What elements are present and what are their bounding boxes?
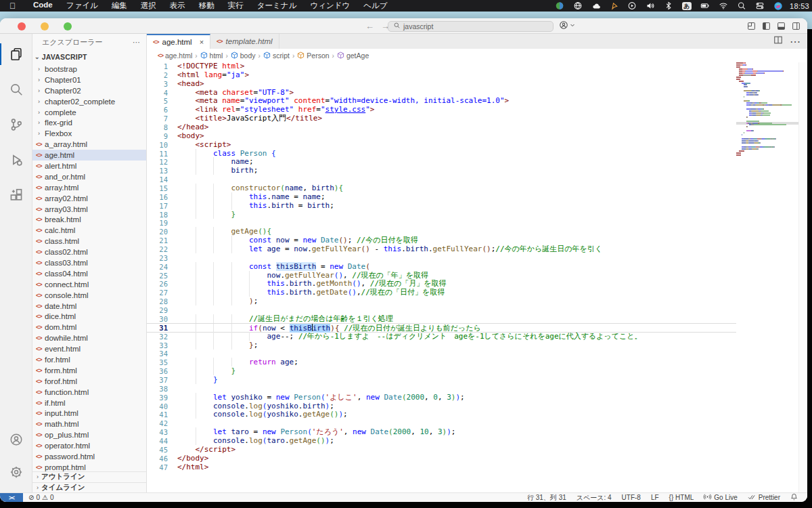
devtool-icon[interactable] — [610, 1, 618, 10]
code-line-47[interactable]: 47</html> — [147, 463, 736, 472]
file-item-array.html[interactable]: <>array.html — [32, 182, 146, 193]
menu-item-ウィンドウ[interactable]: ウィンドウ — [303, 1, 357, 11]
file-item-class.html[interactable]: <>class.html — [32, 236, 146, 247]
folder-item-Chapter02[interactable]: ›Chapter02 — [32, 85, 146, 96]
play-circle-icon[interactable] — [627, 1, 637, 10]
problems-button[interactable]: ⊘ 0 ⚠ 0 — [28, 494, 53, 501]
folder-item-Chapter01[interactable]: ›Chapter01 — [32, 75, 146, 85]
breadcrumb-item-Person[interactable]: Person — [297, 51, 329, 60]
file-item-a_array.html[interactable]: <>a_array.html — [32, 139, 146, 150]
file-item-date.html[interactable]: <>date.html — [32, 301, 146, 312]
tab-template.html[interactable]: <>template.html — [210, 34, 279, 49]
code-lines[interactable]: 1<!DOCTYPE html>2<html lang="ja">3<head>… — [147, 62, 736, 492]
code-line-46[interactable]: 46</body> — [147, 454, 736, 463]
file-item-math.html[interactable]: <>math.html — [32, 419, 146, 429]
minimap[interactable] — [736, 62, 798, 492]
code-line-31[interactable]: 31 if(now < thisBirth){ //現在の日付が誕生日よりも前だ… — [147, 323, 736, 333]
menu-item-ターミナル[interactable]: ターミナル — [250, 1, 304, 11]
menu-item-移動[interactable]: 移動 — [192, 1, 221, 11]
menu-item-ヘルプ[interactable]: ヘルプ — [357, 1, 394, 11]
battery-icon[interactable] — [700, 1, 710, 10]
editor-scrollbar[interactable] — [798, 62, 807, 492]
file-item-password.html[interactable]: <>password.html — [32, 451, 146, 462]
file-item-input.html[interactable]: <>input.html — [32, 408, 146, 419]
status-cursor-position[interactable]: 行 31、列 31 — [527, 493, 566, 503]
code-line-15[interactable]: 15 constructor(name, birth){ — [147, 184, 736, 193]
toggle-sidebar-icon[interactable] — [762, 21, 771, 33]
code-line-28[interactable]: 28 ); — [147, 297, 736, 306]
window-title-bar[interactable]: ← → javascript — [0, 18, 807, 34]
tab-age.html[interactable]: <>age.html× — [147, 34, 210, 49]
code-line-37[interactable]: 37 } — [147, 376, 736, 385]
folder-item-chapter02_complete[interactable]: ›chapter02_complete — [32, 96, 146, 107]
minimize-window-button[interactable] — [41, 22, 49, 30]
menu-item-実行[interactable]: 実行 — [221, 1, 250, 11]
command-center-search[interactable]: javascript — [388, 21, 554, 32]
activity-settings-icon[interactable] — [0, 457, 32, 487]
activity-extensions-icon[interactable] — [0, 180, 32, 210]
toggle-panel-icon[interactable] — [777, 21, 786, 33]
browser-icon[interactable] — [573, 1, 583, 10]
customize-layout-icon[interactable] — [747, 21, 756, 33]
file-item-class02.html[interactable]: <>class02.html — [32, 247, 146, 257]
menu-item-表示[interactable]: 表示 — [163, 1, 192, 11]
sidebar-section-アウトライン[interactable]: ›アウトライン — [32, 471, 146, 482]
activity-source-control-icon[interactable] — [0, 110, 32, 140]
status-notifications[interactable] — [790, 493, 798, 502]
status-encoding[interactable]: UTF-8 — [622, 494, 641, 501]
file-item-form.html[interactable]: <>form.html — [32, 365, 146, 376]
file-item-array02.html[interactable]: <>array02.html — [32, 193, 146, 204]
file-item-operator.html[interactable]: <>operator.html — [32, 440, 146, 451]
code-line-41[interactable]: 41 console.log(yoshiko.getAge()); — [147, 410, 736, 419]
code-line-22[interactable]: 22 let age = now.getFullYear() - this.bi… — [147, 245, 736, 254]
code-editor[interactable]: 1<!DOCTYPE html>2<html lang="ja">3<head>… — [147, 62, 807, 492]
cloud-icon[interactable] — [591, 1, 602, 10]
sidebar-section-タイムライン[interactable]: ›タイムライン — [32, 482, 146, 493]
file-item-and_or.html[interactable]: <>and_or.html — [32, 171, 146, 182]
wifi-icon[interactable] — [719, 1, 728, 10]
folder-item-complete[interactable]: ›complete — [32, 107, 146, 118]
code-line-7[interactable]: 7 <title>JavaScript入門</title> — [147, 114, 736, 123]
split-editor-icon[interactable] — [773, 35, 783, 47]
status-prettier[interactable]: Prettier — [748, 493, 780, 503]
close-window-button[interactable] — [18, 22, 26, 30]
ime-ja-icon[interactable]: あ — [682, 1, 692, 10]
file-item-for.html[interactable]: <>for.html — [32, 354, 146, 365]
code-line-13[interactable]: 13 birth; — [147, 167, 736, 175]
file-item-dowhile.html[interactable]: <>dowhile.html — [32, 333, 146, 343]
activity-account-icon[interactable] — [0, 425, 32, 454]
file-item-connect.html[interactable]: <>connect.html — [32, 279, 146, 290]
code-line-24[interactable]: 24 const thisBirth = new Date( — [147, 263, 736, 272]
code-line-32[interactable]: 32 age--; //年から-1しますよ --はディクリメント ageを-1し… — [147, 333, 736, 341]
close-tab-icon[interactable]: × — [200, 38, 204, 46]
file-item-function.html[interactable]: <>function.html — [32, 387, 146, 398]
vpn-icon[interactable] — [555, 1, 564, 10]
file-item-prompt.html[interactable]: <>prompt.html — [32, 462, 146, 471]
folder-item-Flexbox[interactable]: ›Flexbox — [32, 128, 146, 139]
menu-item-ファイル[interactable]: ファイル — [60, 1, 105, 11]
file-item-age.html[interactable]: <>age.html — [32, 150, 146, 161]
menu-item-code[interactable]: Code — [26, 1, 60, 11]
code-line-45[interactable]: 45 </script> — [147, 446, 736, 454]
apple-menu-icon[interactable]:  — [9, 1, 16, 11]
remote-indicator-button[interactable]: >< — [0, 493, 23, 503]
file-item-op_plus.html[interactable]: <>op_plus.html — [32, 429, 146, 440]
folder-item-bootstrap[interactable]: ›bootstrap — [32, 64, 146, 75]
file-item-event.html[interactable]: <>event.html — [32, 343, 146, 354]
file-item-alert.html[interactable]: <>alert.html — [32, 161, 146, 171]
zoom-window-button[interactable] — [64, 22, 72, 30]
volume-icon[interactable] — [646, 1, 655, 10]
status-eol[interactable]: LF — [651, 494, 659, 501]
file-item-calc.html[interactable]: <>calc.html — [32, 225, 146, 236]
file-item-console.html[interactable]: <>console.html — [32, 290, 146, 301]
breadcrumb-item-getAge[interactable]: getAge — [337, 51, 369, 60]
activity-search-icon[interactable] — [0, 75, 32, 104]
menu-clock[interactable]: 18:53 — [790, 2, 809, 10]
breadcrumb-item-html[interactable]: html — [200, 51, 223, 60]
toggle-secondary-sidebar-icon[interactable] — [792, 21, 800, 33]
file-item-class03.html[interactable]: <>class03.html — [32, 257, 146, 268]
breadcrumb-item-age.html[interactable]: <>age.html — [158, 51, 192, 60]
breadcrumb-item-script[interactable]: script — [263, 51, 290, 60]
code-line-29[interactable]: 29 — [147, 306, 736, 315]
code-line-9[interactable]: 9<body> — [147, 132, 736, 141]
